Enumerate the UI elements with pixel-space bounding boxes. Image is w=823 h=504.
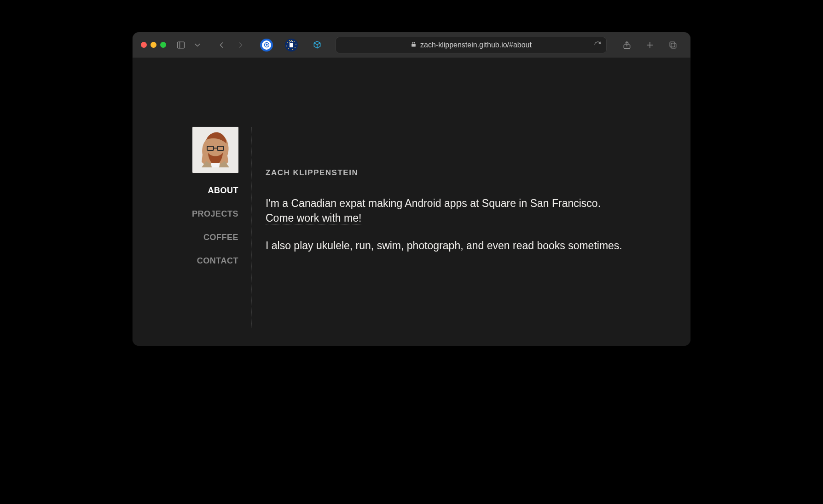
safari-window: ⦿ [133, 32, 690, 346]
share-button[interactable] [620, 38, 634, 52]
new-tab-button[interactable] [643, 38, 657, 52]
avatar [192, 127, 238, 173]
svg-point-6 [292, 49, 293, 50]
svg-rect-0 [178, 42, 185, 48]
minimize-window-button[interactable] [151, 42, 156, 48]
reload-button[interactable] [594, 37, 602, 53]
page-content: ABOUT PROJECTS COFFEE CONTACT ZACH KLIPP… [133, 58, 690, 346]
address-bar[interactable]: zach-klippenstein.github.io/#about [336, 37, 607, 53]
svg-point-8 [286, 46, 287, 46]
section-heading: ZACH KLIPPENSTEIN [266, 168, 631, 178]
extension-devtools-icon[interactable] [310, 38, 325, 52]
bio-paragraph-2: I also play ukulele, run, swim, photogra… [266, 238, 625, 253]
site-sidebar: ABOUT PROJECTS COFFEE CONTACT [192, 127, 252, 327]
work-with-me-link[interactable]: Come work with me! [266, 212, 361, 224]
sidebar-toggle-button[interactable] [174, 38, 188, 52]
svg-point-10 [289, 40, 290, 41]
nav-about[interactable]: ABOUT [208, 186, 239, 195]
window-controls [141, 42, 166, 48]
close-window-button[interactable] [141, 42, 147, 48]
address-url: zach-klippenstein.github.io/#about [420, 41, 532, 49]
svg-point-5 [295, 47, 296, 48]
svg-point-3 [294, 41, 295, 42]
nav-projects[interactable]: PROJECTS [192, 209, 238, 219]
bio-paragraph-1: I'm a Canadian expat making Android apps… [266, 196, 625, 225]
tab-overview-button[interactable] [666, 38, 680, 52]
svg-rect-15 [670, 42, 675, 47]
extension-1password-icon[interactable]: ⦿ [260, 39, 273, 52]
tab-group-menu-button[interactable] [193, 38, 202, 52]
svg-point-9 [287, 42, 288, 43]
nav-contact[interactable]: CONTACT [197, 256, 238, 266]
back-button[interactable] [214, 38, 229, 52]
svg-rect-14 [671, 43, 676, 48]
extension-privacy-icon[interactable] [285, 39, 298, 52]
svg-point-4 [296, 44, 296, 45]
bio-text: I'm a Canadian expat making Android apps… [266, 197, 601, 209]
svg-point-7 [288, 48, 289, 49]
about-section: ZACH KLIPPENSTEIN I'm a Canadian expat m… [252, 127, 631, 327]
lock-icon [411, 41, 417, 49]
forward-button[interactable] [233, 38, 248, 52]
browser-toolbar: ⦿ [133, 32, 690, 58]
maximize-window-button[interactable] [160, 42, 166, 48]
site-nav: ABOUT PROJECTS COFFEE CONTACT [192, 186, 238, 266]
nav-coffee[interactable]: COFFEE [203, 233, 238, 242]
